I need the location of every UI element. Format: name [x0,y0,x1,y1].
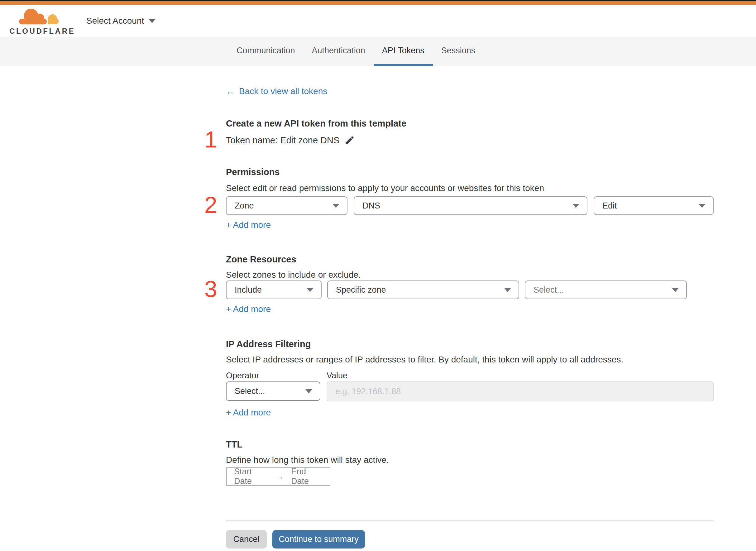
chevron-down-icon [305,389,312,393]
zone-name-select[interactable]: Select... [525,281,687,299]
ip-filtering-row: Select... [226,382,714,401]
edit-pencil-icon[interactable] [344,135,355,145]
ip-filtering-description: Select IP addresses or ranges of IP addr… [226,354,714,365]
permissions-row: 2 Zone DNS Edit [226,196,714,215]
cloudflare-cloud-icon [9,7,69,26]
token-name-text: Token name: Edit zone DNS [226,135,339,145]
arrow-right-icon: → [275,472,283,482]
chevron-down-icon [699,204,706,208]
zone-resources-title: Zone Resources [226,253,714,265]
permission-scope-select[interactable]: Zone [226,196,347,215]
permission-group-select[interactable]: DNS [354,196,587,215]
chevron-down-icon [573,204,579,208]
ip-filtering-labels: Operator Value [226,371,714,382]
end-date-label: End Date [291,467,322,486]
tab-api-tokens[interactable]: API Tokens [373,37,433,66]
main-content: ← Back to view all tokens Create a new A… [226,66,714,549]
ip-value-input[interactable] [326,382,714,401]
zone-resources-add-more-link[interactable]: + Add more [226,304,271,315]
value-label: Value [326,371,347,381]
back-link-label: Back to view all tokens [239,86,327,97]
chevron-down-icon [504,288,511,292]
chevron-down-icon [148,19,156,23]
footer-divider [226,520,714,521]
ip-filtering-add-more-link[interactable]: + Add more [226,407,271,418]
tab-bar: Communication Authentication API Tokens … [0,37,756,66]
step-2-badge: 2 [195,196,217,214]
tab-communication[interactable]: Communication [228,37,303,66]
step-3-badge: 3 [195,280,217,299]
chevron-down-icon [332,204,339,208]
ttl-date-range-picker[interactable]: Start Date → End Date [226,468,330,486]
zone-resources-row: 3 Include Specific zone Select... [226,281,714,299]
zone-resources-description: Select zones to include or exclude. [226,269,714,281]
tab-authentication[interactable]: Authentication [303,37,373,66]
cancel-button[interactable]: Cancel [226,530,267,549]
page-title: Create a new API token from this templat… [226,117,714,130]
ttl-title: TTL [226,438,714,451]
permissions-description: Select edit or read permissions to apply… [226,183,714,194]
permissions-title: Permissions [226,166,714,178]
zone-include-select[interactable]: Include [226,281,321,299]
cloudflare-api-token-page: CLOUDFLARE Select Account Communication … [0,0,756,551]
ttl-description: Define how long this token will stay act… [226,454,714,466]
zone-type-select[interactable]: Specific zone [327,281,519,299]
brand-top-bar [0,1,756,5]
ip-operator-select[interactable]: Select... [226,382,320,401]
cloudflare-logo: CLOUDFLARE [9,7,69,37]
footer-actions: Cancel Continue to summary [226,530,714,549]
continue-to-summary-button[interactable]: Continue to summary [272,530,365,549]
tabs: Communication Authentication API Tokens … [228,37,484,66]
step-1-badge: 1 [195,130,217,149]
account-selector[interactable]: Select Account [86,5,156,37]
token-name-row: 1 Token name: Edit zone DNS [226,133,714,147]
tab-sessions[interactable]: Sessions [433,37,484,66]
header: CLOUDFLARE Select Account [0,5,756,37]
chevron-down-icon [672,288,679,292]
start-date-label: Start Date [234,467,268,486]
permissions-add-more-link[interactable]: + Add more [226,219,271,230]
brand-wordmark: CLOUDFLARE [9,27,69,36]
back-arrow-icon: ← [226,87,235,96]
ip-filtering-title: IP Address Filtering [226,338,714,350]
back-to-tokens-link[interactable]: ← Back to view all tokens [226,86,327,97]
operator-label: Operator [226,371,259,381]
permission-level-select[interactable]: Edit [594,196,714,215]
chevron-down-icon [307,288,313,292]
account-selector-label: Select Account [86,16,144,26]
